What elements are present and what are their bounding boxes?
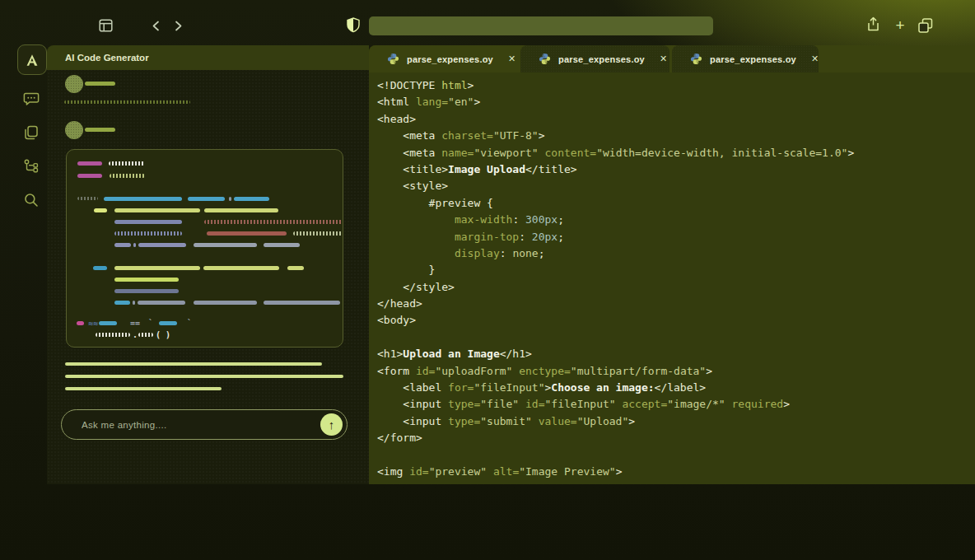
code-line: <head> [377, 111, 975, 128]
tab-close-icon[interactable]: ✕ [645, 54, 667, 64]
tab-close-icon[interactable]: ✕ [493, 54, 515, 64]
skeleton-bar [77, 321, 84, 325]
skeleton-bar [85, 128, 115, 132]
skeleton-glyph: . [133, 331, 138, 339]
skeleton-bar [133, 301, 135, 305]
skeleton-bar [64, 100, 190, 104]
window-close-dot[interactable] [17, 22, 26, 30]
skeleton-bar [133, 243, 136, 247]
skeleton-bar [194, 301, 257, 305]
skeleton-bar [293, 231, 343, 236]
app-window: + [0, 0, 975, 560]
skeleton-bar [138, 333, 153, 337]
code-line [377, 329, 975, 346]
code-line: <title>Image Upload</title> [377, 161, 975, 178]
tab-bar: parse_expenses.oy✕parse_expenses.oy✕pars… [369, 45, 975, 72]
editor-tab-1[interactable]: parse_expenses.oy✕ [369, 45, 519, 72]
back-icon[interactable] [152, 21, 160, 31]
code-line: <form id="uploadForm" enctype="multipart… [377, 363, 975, 380]
code-line: max-width: 300px; [377, 212, 975, 228]
copy-pages-icon[interactable] [23, 124, 40, 141]
skeleton-bar [77, 197, 98, 200]
code-line: <meta name="viewport" content="width=dev… [377, 145, 975, 161]
code-line: <input type="submit" value="Upload"> [377, 413, 975, 430]
flow-graph-icon[interactable] [23, 158, 40, 175]
skeleton-bar [114, 220, 182, 224]
code-line: <body> [377, 312, 975, 329]
skeleton-avatar [65, 75, 83, 93]
code-line: <h1>Upload an Image</h1> [377, 346, 975, 362]
code-line: <input type="file" id="fileInput" accept… [377, 396, 975, 413]
skeleton-bar [77, 174, 102, 178]
code-line: <label for="fileInput">Choose an image:<… [377, 380, 975, 396]
editor-tab-3[interactable]: parse_expenses.oy✕ [672, 45, 819, 72]
skeleton-bar [99, 321, 117, 325]
tab-label: parse_expenses.oy [407, 54, 493, 64]
code-line: </style> [377, 279, 975, 296]
skeleton-bar [264, 243, 300, 247]
skeleton-bar [264, 301, 340, 305]
skeleton-bar [109, 161, 145, 166]
skeleton-glyph: ( ) [156, 331, 170, 339]
app-logo-icon [25, 53, 40, 68]
code-line: #preview { [377, 195, 975, 212]
skeleton-bar [77, 161, 102, 166]
skeleton-bar [234, 197, 269, 201]
skeleton-bar [96, 333, 130, 337]
skeleton-bar [93, 266, 107, 270]
window-minimize-dot[interactable] [34, 22, 42, 30]
skeleton-bar [65, 375, 343, 378]
chat-icon[interactable] [23, 91, 40, 107]
window-zoom-dot[interactable] [50, 22, 58, 30]
code-line: <style> [377, 178, 975, 194]
tab-label: parse_expenses.oy [710, 54, 796, 64]
send-arrow-icon: ↑ [329, 418, 335, 432]
skeleton-bar [114, 243, 131, 247]
code-line: <img id="preview" alt="Image Preview"> [377, 464, 975, 480]
code-line: margin-top: 20px; [377, 229, 975, 245]
skeleton-glyph: ` [148, 320, 153, 328]
code-line: <meta charset="UTF-8"> [377, 128, 975, 144]
skeleton-bar [114, 301, 130, 305]
shield-privacy-icon[interactable] [347, 17, 360, 34]
python-file-icon [690, 53, 702, 65]
tab-close-icon[interactable]: ✕ [796, 54, 819, 64]
new-tab-icon[interactable]: + [892, 17, 908, 33]
skeleton-bar [104, 197, 182, 201]
ai-panel-title: AI Code Generator [47, 45, 369, 70]
editor-tab-2[interactable]: parse_expenses.oy✕ [520, 45, 669, 72]
share-icon[interactable] [866, 16, 880, 32]
skeleton-bar [194, 243, 257, 247]
forward-icon[interactable] [175, 21, 183, 31]
editor-panel: parse_expenses.oy✕parse_expenses.oy✕pars… [369, 45, 975, 484]
code-line: display: none; [377, 245, 975, 262]
skeleton-bar [138, 243, 186, 247]
skeleton-bar [94, 208, 107, 212]
code-editor[interactable]: <!DOCTYPE html><html lang="en"><head> <m… [377, 77, 975, 484]
skeleton-bar [138, 301, 185, 305]
skeleton-bar [110, 174, 145, 178]
tabs-overview-icon[interactable] [917, 17, 934, 34]
skeleton-bar [114, 231, 182, 236]
skeleton-bar [204, 208, 278, 212]
skeleton-bar [229, 197, 231, 201]
layout-panel-icon[interactable] [99, 19, 113, 32]
skeleton-bar [204, 220, 343, 224]
address-bar[interactable] [369, 16, 713, 35]
code-line: </head> [377, 296, 975, 312]
search-icon[interactable] [23, 192, 40, 208]
skeleton-bar [114, 278, 179, 282]
skeleton-glyph: ` [187, 320, 192, 328]
code-line [377, 447, 975, 464]
skeleton-bar [207, 231, 287, 236]
code-line: <!DOCTYPE html> [377, 77, 975, 94]
send-button[interactable]: ↑ [320, 413, 343, 436]
skeleton-glyph: ≈≈ [88, 320, 98, 328]
python-file-icon [539, 53, 551, 65]
skeleton-bar [287, 266, 304, 270]
code-line: } [377, 262, 975, 278]
app-logo-button[interactable] [17, 44, 47, 75]
skeleton-code-block: ≈≈==``.( ) [66, 149, 343, 348]
skeleton-bar [65, 362, 322, 366]
prompt-input[interactable] [82, 410, 304, 439]
